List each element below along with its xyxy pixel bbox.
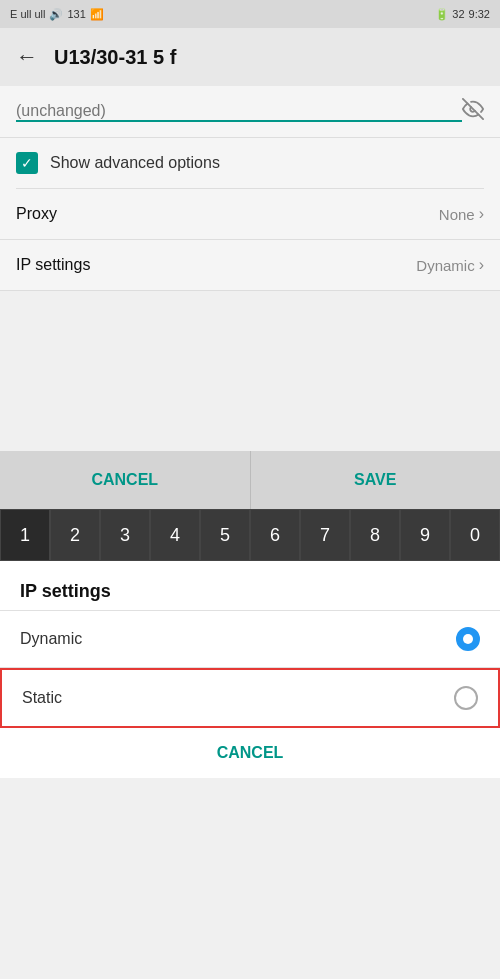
ip-settings-value: Dynamic ›: [416, 256, 484, 274]
radio-option-static[interactable]: Static: [0, 668, 500, 728]
ip-settings-label: IP settings: [16, 256, 90, 274]
key-2[interactable]: 2: [50, 509, 100, 561]
proxy-label: Proxy: [16, 205, 57, 223]
proxy-value-text: None: [439, 206, 475, 223]
key-0[interactable]: 0: [450, 509, 500, 561]
radio-option-dynamic[interactable]: Dynamic: [0, 611, 500, 668]
bottom-panel-title: IP settings: [0, 561, 500, 610]
ip-settings-chevron-icon: ›: [479, 256, 484, 274]
dynamic-label: Dynamic: [20, 630, 82, 648]
main-content: ✓ Show advanced options Proxy None › IP …: [0, 86, 500, 778]
status-time: 9:32: [469, 8, 490, 20]
status-right: 🔋 32 9:32: [435, 8, 490, 21]
proxy-setting-row[interactable]: Proxy None ›: [0, 189, 500, 240]
status-bar: E ull ull 🔊 131 📶 🔋 32 9:32: [0, 0, 500, 28]
key-7[interactable]: 7: [300, 509, 350, 561]
status-volume: 🔊: [49, 8, 63, 21]
key-8[interactable]: 8: [350, 509, 400, 561]
key-9[interactable]: 9: [400, 509, 450, 561]
eye-icon[interactable]: [462, 98, 484, 125]
key-5[interactable]: 5: [200, 509, 250, 561]
number-keyboard: 1 2 3 4 5 6 7 8 9 0: [0, 509, 500, 561]
status-left: E ull ull 🔊 131 📶: [10, 8, 104, 21]
save-button[interactable]: SAVE: [251, 451, 501, 509]
key-6[interactable]: 6: [250, 509, 300, 561]
status-signal: 131: [67, 8, 85, 20]
bottom-buttons: CANCEL SAVE: [0, 451, 500, 509]
static-radio-unselected[interactable]: [454, 686, 478, 710]
key-4[interactable]: 4: [150, 509, 200, 561]
status-network: E ull ull: [10, 8, 45, 20]
advanced-options-label: Show advanced options: [50, 154, 220, 172]
key-1[interactable]: 1: [0, 509, 50, 561]
bottom-cancel-button[interactable]: CANCEL: [217, 744, 284, 762]
status-wifi: 📶: [90, 8, 104, 21]
dynamic-radio-selected[interactable]: [456, 627, 480, 651]
static-label: Static: [22, 689, 62, 707]
ip-settings-row[interactable]: IP settings Dynamic ›: [0, 240, 500, 291]
spacer: [0, 291, 500, 451]
checkmark-icon: ✓: [21, 155, 33, 171]
bottom-cancel-row: CANCEL: [0, 728, 500, 778]
proxy-chevron-icon: ›: [479, 205, 484, 223]
top-bar: ← U13/30-31 5 f: [0, 28, 500, 86]
advanced-options-checkbox[interactable]: ✓: [16, 152, 38, 174]
key-3[interactable]: 3: [100, 509, 150, 561]
ip-settings-value-text: Dynamic: [416, 257, 474, 274]
checkbox-row[interactable]: ✓ Show advanced options: [0, 138, 500, 188]
cancel-button[interactable]: CANCEL: [0, 451, 251, 509]
password-input[interactable]: [16, 102, 462, 122]
bottom-panel: IP settings Dynamic Static CANCEL: [0, 561, 500, 778]
page-title: U13/30-31 5 f: [54, 46, 176, 69]
password-row: [0, 86, 500, 138]
proxy-value: None ›: [439, 205, 484, 223]
back-button[interactable]: ←: [16, 44, 38, 70]
status-battery: 🔋 32: [435, 8, 464, 21]
